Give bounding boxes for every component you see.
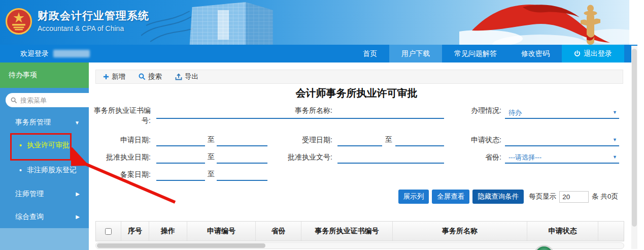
select-all-checkbox[interactable] <box>105 228 112 235</box>
page-title: 会计师事务所执业许可审批 <box>89 86 624 100</box>
page-size-input[interactable] <box>559 191 589 203</box>
apply-date-from-field <box>156 134 205 146</box>
caret-down-icon: ▼ <box>613 154 617 160</box>
apply-status-label: 申请状态: <box>462 135 501 145</box>
col-header-operation: 操作 <box>149 222 187 241</box>
brand-block: 财政会计行业管理系统 Accountant & CPA of China <box>38 9 149 33</box>
col-header-province: 省份 <box>256 222 301 241</box>
approve-doc-input[interactable] <box>337 151 444 163</box>
toolbar: 新增 搜索 导出 <box>95 70 623 84</box>
fullscreen-button[interactable]: 全屏查看 <box>432 190 469 204</box>
nav-menu: 首页 用户下载 常见问题解答 修改密码 退出登录 <box>351 45 624 63</box>
total-pages-text: 条 共0页 <box>592 192 618 201</box>
select-all-cell <box>96 222 121 241</box>
sidebar-footer <box>0 228 89 250</box>
caret-down-icon: ▼ <box>613 110 617 115</box>
vertical-scrollbar-thumb[interactable] <box>632 49 637 227</box>
show-columns-button[interactable]: 展示列 <box>398 190 429 204</box>
app-title: 财政会计行业管理系统 <box>38 9 149 23</box>
col-header-firm-name: 事务所名称 <box>393 222 527 241</box>
page-size-label: 每页显示 <box>529 192 556 201</box>
username-redacted <box>53 50 90 57</box>
add-button-label: 新增 <box>112 72 125 81</box>
app-banner: 财政会计行业管理系统 Accountant & CPA of China <box>0 0 629 45</box>
to-separator: 至 <box>207 135 216 144</box>
apply-date-to-field <box>217 134 267 146</box>
search-icon <box>139 73 146 80</box>
top-navbar: 欢迎登录 首页 用户下载 常见问题解答 修改密码 退出登录 <box>0 45 637 63</box>
annotation-red-arrow <box>71 147 180 208</box>
nav-home[interactable]: 首页 <box>351 45 389 63</box>
hide-query-button[interactable]: 隐藏查询条件 <box>472 190 524 204</box>
record-date-to-field <box>217 168 267 181</box>
annotation-red-box <box>10 133 72 161</box>
bullet-icon: • <box>19 167 22 174</box>
sidebar-item-shareholder-label: 非注师股东登记 <box>27 166 77 175</box>
export-button-label: 导出 <box>185 72 198 81</box>
export-button[interactable]: 导出 <box>175 72 198 81</box>
handle-status-value: 待办 <box>505 106 522 117</box>
app-subtitle: Accountant & CPA of China <box>38 24 149 33</box>
accept-date-to-field <box>395 134 444 146</box>
nav-logout[interactable]: 退出登录 <box>562 45 624 63</box>
sidebar-search-area <box>0 88 89 112</box>
export-icon <box>175 73 182 80</box>
cert-no-label: 事务所执业证书编号: <box>89 106 151 126</box>
apply-date-to-input[interactable] <box>217 134 267 145</box>
search-button[interactable]: 搜索 <box>139 72 162 81</box>
col-header-apply-no: 申请编号 <box>187 222 256 241</box>
apply-status-value <box>505 139 509 141</box>
nav-logout-label: 退出登录 <box>584 49 612 58</box>
province-select[interactable]: ---请选择--- ▼ <box>505 151 619 164</box>
app-window: 财政会计行业管理系统 Accountant & CPA of China <box>0 0 644 250</box>
chevron-right-icon: ▶ <box>76 214 80 220</box>
sidebar-group-firm-label: 事务所管理 <box>15 118 51 127</box>
search-icon <box>11 97 17 104</box>
horizontal-scrollbar-thumb[interactable] <box>97 243 265 248</box>
to-separator: 至 <box>384 135 393 144</box>
nav-faq[interactable]: 常见问题解答 <box>442 45 509 63</box>
accept-date-from-field <box>337 134 382 146</box>
province-value: ---请选择--- <box>505 151 541 162</box>
results-table-header: 序号 操作 申请编号 省份 事务所执业证书编号 事务所名称 申请状态 <box>95 221 624 241</box>
accept-date-from-input[interactable] <box>337 134 382 145</box>
record-date-to-input[interactable] <box>217 168 267 180</box>
sidebar-group-query-label: 综合查询 <box>15 212 44 222</box>
national-emblem-icon <box>5 7 33 36</box>
approve-date-to-field <box>217 151 267 164</box>
approve-doc-field <box>337 151 444 164</box>
accept-date-to-input[interactable] <box>395 134 444 145</box>
handle-status-select[interactable]: 待办 ▼ <box>505 106 619 119</box>
sidebar-group-comprehensive-query[interactable]: 综合查询 ▶ <box>0 205 89 228</box>
caret-down-icon: ▼ <box>613 137 617 142</box>
building-image <box>141 0 299 45</box>
accept-date-label: 受理日期: <box>282 135 332 145</box>
vertical-scrollbar[interactable] <box>631 46 637 249</box>
col-header-seq: 序号 <box>121 222 149 241</box>
province-label: 省份: <box>462 152 501 163</box>
firm-name-field <box>337 106 444 119</box>
welcome-text: 欢迎登录 <box>20 49 49 58</box>
approve-doc-label: 批准执业文号: <box>282 152 332 163</box>
col-header-cert-no: 事务所执业证书编号 <box>301 222 393 241</box>
sidebar-group-firm-management[interactable]: 事务所管理 ▼ <box>0 112 89 133</box>
nav-user-downloads[interactable]: 用户下载 <box>389 45 442 63</box>
search-button-label: 搜索 <box>148 72 162 81</box>
plus-icon <box>103 74 109 80</box>
sidebar-header: 待办事项 <box>0 63 89 88</box>
apply-status-select[interactable]: ▼ <box>505 134 619 146</box>
welcome-area: 欢迎登录 <box>20 45 90 63</box>
nav-change-password[interactable]: 修改密码 <box>509 45 562 63</box>
apply-date-label: 申请日期: <box>89 135 151 145</box>
firm-name-label: 事务所名称: <box>282 106 332 116</box>
add-button[interactable]: 新增 <box>103 72 125 81</box>
chevron-down-icon: ▼ <box>75 120 80 126</box>
to-separator: 至 <box>207 170 216 179</box>
form-row-1: 事务所执业证书编号: 事务所名称: 办理情况: 待办 ▼ <box>89 105 624 133</box>
to-separator: 至 <box>207 152 216 162</box>
apply-date-from-input[interactable] <box>156 134 205 145</box>
flag-column-decoration <box>459 0 629 45</box>
handle-status-label: 办理情况: <box>462 106 501 116</box>
approve-date-to-input[interactable] <box>217 151 267 163</box>
firm-name-input[interactable] <box>337 106 444 118</box>
